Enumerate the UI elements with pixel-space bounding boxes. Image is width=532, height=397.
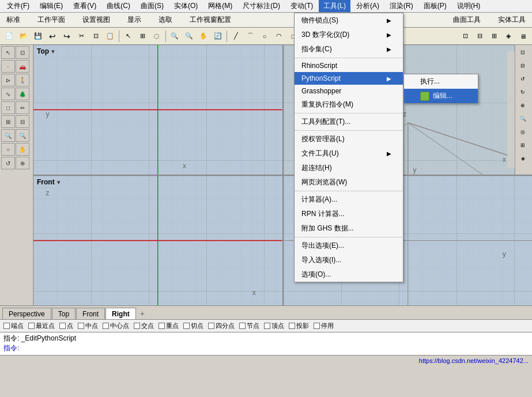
tool-pan[interactable]: ✋ bbox=[197, 29, 210, 43]
tool-polyline[interactable]: ⌒ bbox=[243, 29, 257, 43]
submenu-run[interactable]: 执行... bbox=[404, 74, 478, 89]
snap-nearest-check[interactable] bbox=[28, 323, 35, 329]
snap-vertex-check[interactable] bbox=[264, 323, 270, 329]
tool-r1[interactable]: ⊡ bbox=[458, 29, 472, 43]
sidebar-edit[interactable]: ✏ bbox=[16, 101, 29, 114]
snap-mid[interactable]: 中点 bbox=[78, 322, 98, 330]
sidebar-dotted-select[interactable]: ⊡ bbox=[16, 46, 29, 59]
snap-knot-check[interactable] bbox=[239, 323, 246, 329]
submenu-edit[interactable]: 编辑... bbox=[404, 89, 478, 103]
tool-r4[interactable]: ◈ bbox=[501, 29, 515, 43]
menu-surface[interactable]: 曲面(S) bbox=[136, 0, 168, 12]
menu-export-opts[interactable]: 导出选项(E)... bbox=[295, 239, 403, 253]
3d-tool-1[interactable]: ⊡ bbox=[516, 46, 529, 59]
command-line2[interactable]: 指令: bbox=[3, 343, 529, 353]
snap-intersect-check[interactable] bbox=[134, 323, 140, 329]
menu-grasshopper[interactable]: Grasshopper bbox=[295, 85, 403, 97]
tool-line[interactable]: ╱ bbox=[229, 29, 243, 43]
3d-tool-9[interactable]: ◈ bbox=[516, 152, 529, 165]
tool-select[interactable]: ↖ bbox=[121, 29, 135, 43]
sidebar-tree[interactable]: 🌲 bbox=[16, 88, 29, 100]
tool-paste[interactable]: 📋 bbox=[103, 29, 117, 43]
menu-calculator[interactable]: 计算器(A)... bbox=[295, 192, 403, 207]
cat-setview[interactable]: 设置视图 bbox=[78, 13, 114, 27]
tool-zoom-in[interactable]: 🔍 bbox=[168, 29, 182, 43]
tool-redo[interactable]: ↪ bbox=[60, 29, 74, 43]
cat-standard[interactable]: 标准 bbox=[2, 13, 24, 27]
tool-r3[interactable]: ⊞ bbox=[487, 29, 501, 43]
sidebar-person[interactable]: 🚶 bbox=[16, 74, 29, 86]
tool-circle[interactable]: ○ bbox=[258, 29, 271, 43]
sidebar-car[interactable]: 🚗 bbox=[16, 60, 29, 73]
snap-perp[interactable]: 重点 bbox=[159, 322, 179, 330]
viewport-front[interactable]: Front ▼ x z bbox=[33, 176, 282, 305]
snap-tan-check[interactable] bbox=[183, 323, 190, 329]
tool-arc[interactable]: ◠ bbox=[272, 29, 286, 43]
sidebar-layer[interactable]: ⊞ bbox=[1, 115, 15, 128]
tool-save[interactable]: 💾 bbox=[31, 29, 45, 43]
snap-center-check[interactable] bbox=[103, 323, 109, 329]
3d-tool-7[interactable]: ◎ bbox=[516, 126, 529, 138]
3d-tool-2[interactable]: ⊟ bbox=[516, 59, 529, 72]
snap-intersect[interactable]: 交点 bbox=[134, 322, 154, 330]
menu-3d-digitizer[interactable]: 3D 数字化仪(D) ▶ bbox=[295, 28, 403, 42]
snap-center[interactable]: 中心点 bbox=[103, 322, 129, 330]
menu-import-opts[interactable]: 导入选项(I)... bbox=[295, 253, 403, 267]
tool-open[interactable]: 📂 bbox=[17, 29, 31, 43]
tool-new[interactable]: 📄 bbox=[2, 29, 16, 43]
sidebar-zoom2[interactable]: 🔍 bbox=[16, 129, 29, 142]
sidebar-grid2[interactable]: ⊟ bbox=[16, 115, 29, 128]
sidebar-dim[interactable]: ⊳ bbox=[1, 74, 15, 86]
menu-ghs-data[interactable]: 附加 GHS 数据... bbox=[295, 221, 403, 236]
snap-point-check[interactable] bbox=[59, 323, 66, 329]
menu-file-tools[interactable]: 文件工具(U) ▶ bbox=[295, 146, 403, 161]
snap-quad-check[interactable] bbox=[208, 323, 214, 329]
sidebar-curve[interactable]: ∿ bbox=[1, 88, 15, 100]
3d-tool-3[interactable]: ↺ bbox=[516, 73, 529, 85]
snap-nearest[interactable]: 最近点 bbox=[28, 322, 55, 330]
menu-edit[interactable]: 编辑(E) bbox=[35, 0, 67, 12]
tools-menu-popup[interactable]: 物件锁点(S) ▶ 3D 数字化仪(D) ▶ 指令集(C) ▶ RhinoScr… bbox=[294, 13, 403, 282]
cat-workplane[interactable]: 工作平面 bbox=[33, 13, 69, 27]
3d-tool-8[interactable]: ⊞ bbox=[516, 139, 529, 152]
tool-r2[interactable]: ⊟ bbox=[473, 29, 486, 43]
tool-r5[interactable]: 🖥 bbox=[516, 29, 530, 43]
tool-copy[interactable]: ⊡ bbox=[89, 29, 103, 43]
cat-select[interactable]: 选取 bbox=[154, 13, 176, 27]
tool-zoom-out[interactable]: 🔍 bbox=[182, 29, 196, 43]
snap-perp-check[interactable] bbox=[159, 323, 165, 329]
sidebar-orbit[interactable]: ○ bbox=[1, 143, 15, 156]
sidebar-box[interactable]: □ bbox=[1, 101, 15, 114]
cat-viewport-config[interactable]: 工作视窗配置 bbox=[186, 13, 235, 27]
tab-add[interactable]: + bbox=[137, 308, 148, 319]
snap-endpoint-check[interactable] bbox=[3, 323, 10, 329]
tool-lasso[interactable]: ◌ bbox=[150, 29, 164, 43]
tool-rotate[interactable]: 🔄 bbox=[211, 29, 225, 43]
menu-render[interactable]: 渲染(R) bbox=[385, 0, 418, 12]
snap-point[interactable]: 点 bbox=[59, 322, 73, 330]
tool-undo[interactable]: ↩ bbox=[46, 29, 59, 43]
sidebar-point[interactable]: · bbox=[1, 60, 15, 73]
viewport-top[interactable]: Top ▼ x y bbox=[33, 45, 282, 175]
menu-pythonscript[interactable]: PythonScript ▶ bbox=[295, 72, 403, 85]
menu-solid[interactable]: 实体(O) bbox=[169, 0, 202, 12]
menu-tools[interactable]: 工具(L) bbox=[319, 0, 350, 12]
menu-help[interactable]: 说明(H) bbox=[452, 0, 485, 12]
snap-mid-check[interactable] bbox=[78, 323, 84, 329]
snap-endpoint[interactable]: 端点 bbox=[3, 322, 24, 330]
sidebar-pan[interactable]: ✋ bbox=[16, 143, 29, 156]
menu-panel[interactable]: 面板(P) bbox=[419, 0, 451, 12]
menu-file[interactable]: 文件(F) bbox=[2, 0, 34, 12]
cat-surface-tools[interactable]: 曲面工具 bbox=[449, 13, 485, 27]
3d-tool-5[interactable]: ⊕ bbox=[516, 99, 529, 112]
snap-vertex[interactable]: 顶点 bbox=[264, 322, 284, 330]
snap-disable[interactable]: 停用 bbox=[314, 322, 334, 330]
tab-top[interactable]: Top bbox=[52, 308, 76, 319]
menu-web-browser[interactable]: 网页浏览器(W) bbox=[295, 175, 403, 190]
menu-analysis[interactable]: 分析(A) bbox=[352, 0, 384, 12]
cat-display[interactable]: 显示 bbox=[123, 13, 145, 27]
menu-view[interactable]: 查看(V) bbox=[69, 0, 101, 12]
menu-license-mgr[interactable]: 授权管理器(L) bbox=[295, 132, 403, 146]
menu-rhinoscript[interactable]: RhinoScript bbox=[295, 59, 403, 72]
menu-curve[interactable]: 曲线(C) bbox=[102, 0, 135, 12]
